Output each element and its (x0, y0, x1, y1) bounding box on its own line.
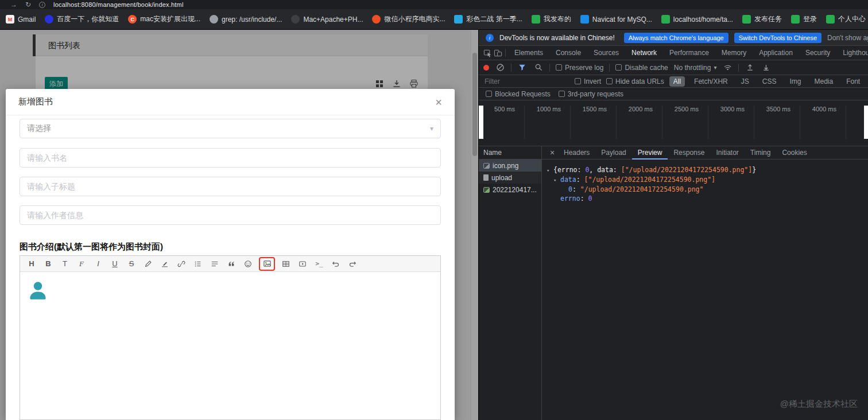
blocked-requests-checkbox[interactable]: Blocked Requests (486, 90, 551, 98)
font-size-icon[interactable]: T (59, 258, 71, 270)
editor-content[interactable] (20, 273, 440, 419)
json-root-line[interactable]: ▾{errno: 0, data: ["/upload/202212041722… (542, 165, 868, 175)
expand-caret-icon[interactable]: ▾ (553, 176, 560, 185)
filter-chip-js[interactable]: JS (737, 76, 753, 87)
category-select[interactable]: 请选择 ▾ (20, 119, 441, 138)
tab-application[interactable]: Application (753, 46, 799, 60)
bookmark-profile[interactable]: 个人中心 (826, 14, 866, 24)
video-icon[interactable] (297, 258, 308, 270)
clear-icon[interactable] (495, 63, 505, 73)
bookmark-my-posts[interactable]: 我发布的 (532, 14, 571, 24)
search-icon[interactable] (533, 63, 544, 73)
tab-preview[interactable]: Preview (632, 146, 668, 160)
book-name-input[interactable] (20, 148, 441, 168)
tab-performance[interactable]: Performance (663, 46, 715, 60)
green-favicon (826, 15, 835, 24)
disable-cache-checkbox[interactable]: Disable cache (615, 64, 668, 72)
filter-chip-font[interactable]: Font (842, 76, 864, 87)
bookmark-csdn[interactable]: Cmac安装扩展出现... (128, 14, 200, 24)
filter-icon[interactable] (517, 63, 528, 73)
tab-sources[interactable]: Sources (587, 46, 625, 60)
image-icon[interactable] (259, 257, 275, 271)
filter-chip-all[interactable]: All (669, 76, 685, 87)
match-language-button[interactable]: Always match Chrome's language (624, 33, 728, 43)
requests-name-header[interactable]: Name (479, 146, 541, 160)
network-conditions-icon[interactable] (722, 63, 733, 73)
tab-headers[interactable]: Headers (558, 146, 595, 160)
expand-caret-icon[interactable]: ▾ (547, 166, 553, 175)
tab-initiator[interactable]: Initiator (710, 146, 744, 160)
device-toolbar-icon[interactable] (493, 48, 503, 58)
strikethrough-icon[interactable]: S (126, 258, 137, 270)
font-family-icon[interactable]: F (76, 258, 87, 270)
tab-cookies[interactable]: Cookies (776, 146, 812, 160)
switch-to-chinese-button[interactable]: Switch DevTools to Chinese (734, 33, 822, 43)
tab-payload[interactable]: Payload (595, 146, 631, 160)
redo-icon[interactable] (347, 258, 358, 270)
tab-response[interactable]: Response (668, 146, 710, 160)
site-info-icon[interactable]: i (39, 2, 45, 8)
tab-lighthouse[interactable]: Lighthouse (836, 46, 868, 60)
text-color-icon[interactable] (142, 258, 154, 270)
tab-memory[interactable]: Memory (715, 46, 753, 60)
bookmark-ww2-series[interactable]: 彩色二战 第一季... (454, 14, 522, 24)
tab-security[interactable]: Security (799, 46, 836, 60)
quote-icon[interactable] (226, 258, 237, 270)
bookmark-login[interactable]: 登录 (791, 14, 817, 24)
import-har-icon[interactable] (745, 63, 755, 73)
divider (505, 49, 506, 57)
emoji-icon[interactable] (242, 258, 254, 270)
record-button[interactable] (483, 65, 489, 71)
italic-icon[interactable]: I (92, 258, 104, 270)
subtitle-input[interactable] (20, 177, 441, 196)
hide-data-urls-checkbox[interactable]: Hide data URLs (606, 77, 664, 85)
third-party-checkbox[interactable]: 3rd-party requests (559, 90, 623, 98)
dont-show-again-button[interactable]: Don't show again (827, 34, 868, 42)
heading-icon[interactable]: H (26, 258, 37, 270)
bold-icon[interactable]: B (42, 258, 54, 270)
inspect-icon[interactable] (482, 48, 493, 58)
bullet-list-icon[interactable] (192, 258, 204, 270)
bookmark-localhost-home[interactable]: localhost/home/ta... (661, 15, 733, 24)
close-detail-icon[interactable]: × (547, 148, 558, 157)
request-row-upload[interactable]: upload (479, 172, 541, 184)
bookmark-baidu[interactable]: 百度一下，你就知道 (45, 14, 119, 24)
tab-elements[interactable]: Elements (508, 46, 549, 60)
align-icon[interactable] (209, 258, 220, 270)
filter-chip-css[interactable]: CSS (758, 76, 781, 87)
highlight-icon[interactable] (159, 258, 170, 270)
tab-console[interactable]: Console (549, 46, 587, 60)
undo-icon[interactable] (330, 258, 342, 270)
link-icon[interactable] (176, 258, 187, 270)
table-icon[interactable] (280, 258, 292, 270)
export-har-icon[interactable] (761, 63, 771, 73)
invert-checkbox[interactable]: Invert (575, 77, 601, 85)
bookmark-publish-task[interactable]: 发布任务 (742, 14, 782, 24)
bookmark-label: 发布任务 (754, 14, 782, 24)
code-block-icon[interactable]: >_ (313, 258, 325, 270)
request-row-image[interactable]: 2022120417... (479, 184, 541, 196)
filter-chip-media[interactable]: Media (810, 76, 837, 87)
network-timeline[interactable]: 500 ms 1000 ms 1500 ms 2000 ms 2500 ms 3… (479, 100, 868, 146)
bookmark-wechat-miniprogram[interactable]: 微信小程序电商实... (372, 14, 445, 24)
network-filter-input[interactable] (485, 77, 569, 85)
request-row-icon-png[interactable]: icon.png (479, 160, 541, 172)
filter-chip-fetch-xhr[interactable]: Fetch/XHR (690, 76, 732, 87)
devtools-language-notice: i DevTools is now available in Chinese! … (479, 30, 868, 46)
preserve-log-checkbox[interactable]: Preserve log (556, 64, 603, 72)
json-data-line[interactable]: ▾data: ["/upload/20221204172254590.png"] (542, 175, 868, 185)
bookmark-gmail[interactable]: MGmail (6, 15, 36, 24)
filter-chip-img[interactable]: Img (785, 76, 805, 87)
bookmark-mac-apache[interactable]: Mac+Apache+PH... (291, 15, 363, 24)
tab-timing[interactable]: Timing (745, 146, 777, 160)
close-icon[interactable]: × (435, 96, 442, 108)
bookmark-navicat[interactable]: Navicat for MySQ... (580, 15, 652, 24)
bookmark-grep[interactable]: grep: /usr/include/... (210, 15, 282, 24)
url-text[interactable]: localhost:8080/management/book/index.htm… (53, 1, 184, 8)
forward-arrow-icon[interactable]: → (10, 1, 17, 8)
tab-network[interactable]: Network (625, 46, 663, 60)
author-input[interactable] (20, 205, 441, 225)
reload-icon[interactable]: ↻ (25, 1, 31, 8)
underline-icon[interactable]: U (109, 258, 121, 270)
throttling-dropdown[interactable]: No throttling▾ (674, 64, 717, 72)
